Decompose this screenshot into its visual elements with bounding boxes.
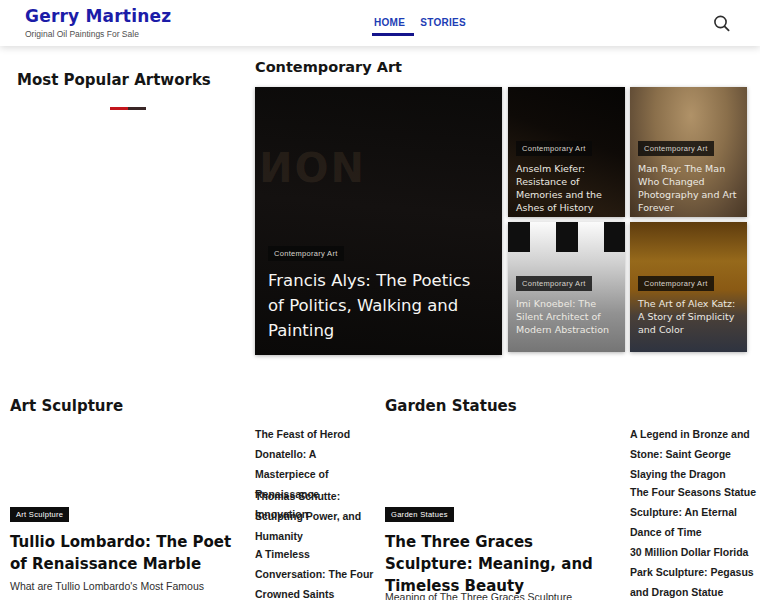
- site-logo[interactable]: Gerry Martinez Original Oil Paintings Fo…: [25, 6, 171, 39]
- nav-item-home[interactable]: HOME: [374, 17, 405, 40]
- search-icon: [711, 13, 733, 35]
- article-card-kiefer[interactable]: Contemporary Art Anselm Kiefer: Resistan…: [508, 87, 625, 217]
- card-overlay: Contemporary Art Anselm Kiefer: Resistan…: [516, 137, 618, 214]
- related-link[interactable]: A Legend in Bronze and Stone: Saint Geor…: [630, 424, 757, 484]
- site-tagline: Original Oil Paintings For Sale: [25, 29, 171, 39]
- related-link[interactable]: 30 Million Dollar Florida Park Sculpture…: [630, 542, 757, 600]
- article-card-knoebel[interactable]: Contemporary Art Imi Knoebel: The Silent…: [508, 222, 625, 352]
- heading-divider: [110, 107, 146, 110]
- related-link[interactable]: A Timeless Conversation: The Four Crowne…: [255, 544, 375, 600]
- article-excerpt: What are Tullio Lombardo's Most Famous S…: [10, 577, 248, 600]
- contemporary-art-heading: Contemporary Art: [255, 59, 402, 75]
- card-overlay: Contemporary Art The Art of Alex Katz: A…: [638, 272, 740, 336]
- category-badge[interactable]: Contemporary Art: [516, 141, 592, 156]
- popular-artworks-heading: Most Popular Artworks: [17, 71, 211, 89]
- featured-article-card[interactable]: ИON Contemporary Art Francis Alys: The P…: [255, 87, 502, 355]
- category-badge[interactable]: Garden Statues: [385, 507, 454, 522]
- category-badge[interactable]: Art Sculpture: [10, 507, 69, 522]
- article-card-manray[interactable]: Contemporary Art Man Ray: The Man Who Ch…: [630, 87, 747, 217]
- page: Gerry Martinez Original Oil Paintings Fo…: [0, 0, 760, 600]
- card-overlay: Contemporary Art Imi Knoebel: The Silent…: [516, 272, 618, 336]
- card-overlay: Contemporary Art Man Ray: The Man Who Ch…: [638, 137, 740, 214]
- article-title[interactable]: Francis Alys: The Poetics of Politics, W…: [268, 268, 490, 343]
- article-title[interactable]: Man Ray: The Man Who Changed Photography…: [638, 162, 740, 214]
- category-badge[interactable]: Contemporary Art: [638, 276, 714, 291]
- category-badge[interactable]: Contemporary Art: [268, 246, 344, 261]
- article-title[interactable]: The Art of Alex Katz: A Story of Simplic…: [638, 297, 740, 336]
- related-link[interactable]: Thomas Schutte: Sculpting Power, and Hum…: [255, 486, 375, 546]
- nav-item-stories[interactable]: STORIES: [420, 17, 466, 40]
- site-title[interactable]: Gerry Martinez: [25, 6, 171, 26]
- article-title[interactable]: Imi Knoebel: The Silent Architect of Mod…: [516, 297, 618, 336]
- related-link[interactable]: The Four Seasons Statue Sculpture: An Et…: [630, 482, 757, 542]
- main-nav: HOME STORIES: [374, 17, 466, 40]
- article-card-katz[interactable]: Contemporary Art The Art of Alex Katz: A…: [630, 222, 747, 352]
- card-watermark: ИON: [259, 145, 366, 191]
- article-title[interactable]: Tullio Lombardo: The Poet of Renaissance…: [10, 531, 250, 575]
- art-sculpture-heading: Art Sculpture: [10, 397, 123, 415]
- site-header: Gerry Martinez Original Oil Paintings Fo…: [0, 0, 760, 46]
- article-title[interactable]: Anselm Kiefer: Resistance of Memories an…: [516, 162, 618, 214]
- card-overlay: Contemporary Art Francis Alys: The Poeti…: [268, 242, 490, 343]
- category-badge[interactable]: Contemporary Art: [638, 141, 714, 156]
- category-badge[interactable]: Contemporary Art: [516, 276, 592, 291]
- article-excerpt: Meaning of The Three Graces Sculpture: [385, 588, 623, 600]
- garden-statues-heading: Garden Statues: [385, 397, 517, 415]
- search-button[interactable]: [711, 13, 733, 35]
